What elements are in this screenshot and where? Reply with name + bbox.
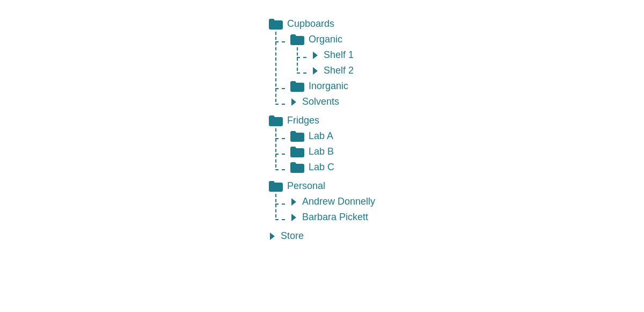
andrew-label: Andrew Donnelly [302, 196, 375, 207]
solvents-label: Solvents [302, 96, 339, 107]
folder-icon-organic [290, 34, 304, 45]
laba-row[interactable]: Lab A [290, 128, 334, 144]
barbara-row[interactable]: Barbara Pickett [290, 209, 375, 225]
node-personal: Personal Andrew Donnelly [269, 178, 375, 225]
svg-marker-0 [313, 52, 318, 59]
personal-children: Andrew Donnelly Barbara Pickett [269, 194, 375, 225]
cupboards-children: Organic Shelf 1 [269, 32, 354, 110]
folder-icon-inorganic [290, 81, 304, 92]
fridges-row[interactable]: Fridges [269, 113, 334, 128]
chevron-right-icon-andrew [290, 198, 298, 206]
node-organic: Organic Shelf 1 [290, 32, 354, 78]
shelf2-row[interactable]: Shelf 2 [312, 63, 354, 78]
wrapper-labb: Lab B [269, 144, 334, 159]
chevron-right-icon-store [269, 233, 276, 240]
organic-row[interactable]: Organic [290, 32, 354, 47]
tree-view: Cupboards Organic [269, 11, 375, 244]
store-row[interactable]: Store [269, 228, 304, 244]
fridges-children: Lab A Lab B [269, 128, 334, 175]
personal-row[interactable]: Personal [269, 178, 375, 194]
svg-marker-2 [291, 98, 296, 106]
solvents-row[interactable]: Solvents [290, 94, 354, 110]
laba-label: Lab A [309, 130, 333, 142]
svg-marker-5 [270, 233, 275, 240]
chevron-right-icon-shelf2 [312, 67, 319, 75]
svg-marker-4 [291, 214, 296, 221]
cupboards-row[interactable]: Cupboards [269, 16, 354, 32]
barbara-label: Barbara Pickett [302, 212, 368, 223]
labc-label: Lab C [309, 162, 334, 173]
labc-row[interactable]: Lab C [290, 159, 334, 175]
folder-icon-laba [290, 131, 304, 142]
wrapper-shelf2: Shelf 2 [290, 63, 354, 78]
organic-label: Organic [309, 34, 342, 45]
inorganic-row[interactable]: Inorganic [290, 78, 354, 94]
node-cupboards: Cupboards Organic [269, 16, 354, 110]
svg-marker-1 [313, 67, 318, 75]
wrapper-inorganic: Inorganic [269, 78, 354, 94]
chevron-right-icon-solvents [290, 98, 298, 106]
folder-icon-personal [269, 181, 283, 192]
organic-children: Shelf 1 Shelf 2 [290, 47, 354, 78]
node-store: Store [269, 228, 304, 244]
folder-icon-fridges [269, 115, 283, 126]
wrapper-shelf1: Shelf 1 [290, 47, 354, 63]
chevron-right-icon-shelf1 [312, 52, 319, 59]
shelf1-row[interactable]: Shelf 1 [312, 47, 354, 63]
chevron-right-icon-barbara [290, 214, 298, 221]
shelf2-label: Shelf 2 [324, 65, 354, 76]
inorganic-label: Inorganic [309, 81, 348, 92]
node-fridges: Fridges Lab A [269, 113, 334, 175]
andrew-row[interactable]: Andrew Donnelly [290, 194, 375, 209]
wrapper-laba: Lab A [269, 128, 334, 144]
wrapper-barbara: Barbara Pickett [269, 209, 375, 225]
wrapper-solvents: Solvents [269, 94, 354, 110]
folder-icon-labc [290, 162, 304, 173]
wrapper-andrew: Andrew Donnelly [269, 194, 375, 209]
fridges-label: Fridges [287, 115, 319, 126]
cupboards-label: Cupboards [287, 18, 334, 30]
svg-marker-3 [291, 198, 296, 206]
store-label: Store [281, 230, 304, 242]
folder-icon [269, 19, 283, 30]
labb-row[interactable]: Lab B [290, 144, 334, 159]
folder-icon-labb [290, 147, 304, 157]
labb-label: Lab B [309, 146, 334, 157]
wrapper-organic: Organic Shelf 1 [269, 32, 354, 78]
wrapper-labc: Lab C [269, 159, 334, 175]
shelf1-label: Shelf 1 [324, 49, 354, 61]
personal-label: Personal [287, 180, 325, 192]
